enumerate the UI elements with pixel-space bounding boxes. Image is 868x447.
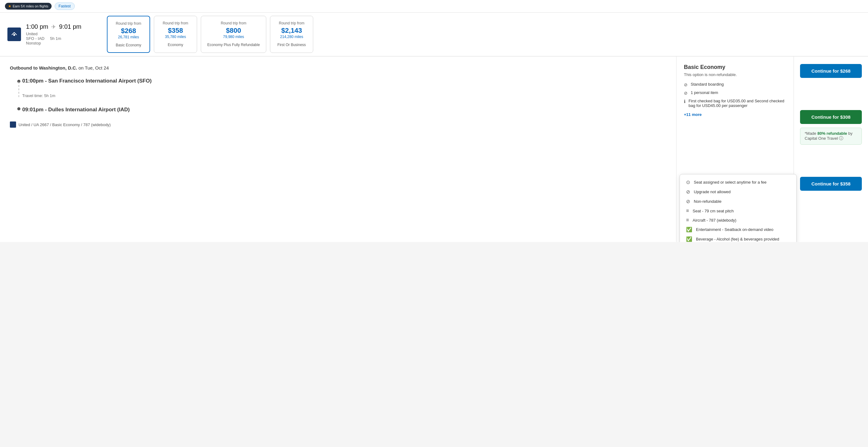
depart-time: 1:00 pm	[26, 23, 48, 30]
star-icon: ★	[8, 4, 11, 8]
arrive-time: 9:01 pm	[59, 23, 81, 30]
refundable-prefix: *Made	[805, 131, 817, 136]
dropdown-icon-4: ≡	[686, 217, 689, 223]
flight-times-block: 1:00 pm ✈ 9:01 pm United SFO - IAD 5h 1m…	[26, 23, 82, 46]
from-label-1: Round trip from	[160, 21, 191, 25]
dropdown-text-0: Seat assigned or select anytime for a fe…	[694, 180, 767, 184]
miles-badge: ★ Earn 5X miles on flights	[5, 3, 52, 9]
dropdown-icon-6: ✅	[686, 236, 692, 242]
outbound-title-bold: Outbound to Washington, D.C.	[10, 65, 77, 70]
price-card-basic-economy[interactable]: Round trip from $268 26,781 miles Basic …	[107, 16, 150, 53]
arrive-dot	[17, 107, 21, 110]
svg-point-1	[13, 34, 15, 36]
price-amount-2: $800	[207, 27, 260, 35]
dropdown-icon-3: ≡	[686, 208, 689, 214]
dropdown-text-4: Aircraft - 787 (widebody)	[692, 218, 736, 222]
outbound-date: on Tue, Oct 24	[79, 65, 109, 70]
feature-text-1: 1 personal item	[691, 90, 718, 95]
price-card-economy-plus[interactable]: Round trip from $800 79,980 miles Econom…	[201, 16, 266, 53]
no-icon-2: ⊘	[684, 91, 688, 95]
arrive-airport: Dulles International Airport (IAD)	[48, 107, 130, 113]
miles-3: 214,280 miles	[276, 35, 307, 39]
refundable-info-icon[interactable]: ⓘ	[839, 136, 843, 141]
flight-stops: Nonstop	[26, 41, 41, 46]
continue-308-button[interactable]: Continue for $308	[800, 110, 862, 124]
more-features-link[interactable]: +11 more	[684, 112, 702, 117]
flight-route: SFO - IAD	[26, 36, 44, 41]
dropdown-text-3: Seat - 79 cm seat pitch	[692, 209, 734, 213]
travel-time-item: Travel time: 5h 1m	[22, 88, 666, 103]
price-amount-0: $268	[114, 27, 143, 35]
main-content: Outbound to Washington, D.C. on Tue, Oct…	[0, 57, 868, 242]
no-icon-1: ⊘	[684, 82, 688, 87]
feature-checked-bag: ℹ First checked bag for USD35.00 and Sec…	[684, 99, 786, 108]
timeline-line	[19, 82, 19, 97]
flight-duration: 5h 1m	[50, 36, 61, 41]
depart-item: 01:00pm - San Francisco International Ai…	[17, 78, 666, 86]
price-cards: Round trip from $268 26,781 miles Basic …	[105, 13, 868, 56]
airline-logo	[7, 28, 21, 41]
flight-meta: United / UA 2667 / Basic Economy / 787 (…	[10, 121, 666, 128]
from-label-0: Round trip from	[114, 21, 143, 26]
dropdown-text-2: Non-refundable	[694, 199, 721, 204]
continue-268-button[interactable]: Continue for $268	[800, 64, 862, 78]
travel-time-label: Travel time: 5h 1m	[22, 93, 666, 98]
dropdown-item-6: ✅ Beverage - Alcohol (fee) & beverages p…	[686, 236, 790, 242]
price-amount-1: $358	[160, 27, 191, 35]
dropdown-item-3: ≡ Seat - 79 cm seat pitch	[686, 208, 790, 214]
feature-standard-boarding: ⊘ Standard boarding	[684, 82, 786, 87]
price-card-economy[interactable]: Round trip from $358 35,780 miles Econom…	[154, 16, 197, 53]
flight-timeline: 01:00pm - San Francisco International Ai…	[10, 78, 666, 113]
price-card-first-business[interactable]: Round trip from $2,143 214,280 miles Fir…	[270, 16, 313, 53]
miles-1: 35,780 miles	[160, 35, 191, 39]
cabin-3: First Or Business	[276, 43, 307, 47]
depart-time-detail: 01:00pm	[22, 78, 43, 84]
dropdown-item-2: ⊘ Non-refundable	[686, 199, 790, 204]
dropdown-icon-0: ⊙	[686, 179, 690, 185]
features-dropdown: ⊙ Seat assigned or select anytime for a …	[680, 174, 797, 242]
arrive-item: 09:01pm - Dulles International Airport (…	[17, 106, 666, 113]
from-label-2: Round trip from	[207, 21, 260, 25]
outbound-title: Outbound to Washington, D.C. on Tue, Oct…	[10, 65, 666, 70]
top-bar: ★ Earn 5X miles on flights Fastest	[0, 0, 868, 13]
miles-badge-text: Earn 5X miles on flights	[13, 4, 49, 8]
flight-row: 1:00 pm ✈ 9:01 pm United SFO - IAD 5h 1m…	[0, 13, 868, 57]
fastest-label: Fastest	[59, 4, 71, 8]
flight-info: 1:00 pm ✈ 9:01 pm United SFO - IAD 5h 1m…	[0, 13, 105, 56]
cabin-0: Basic Economy	[114, 43, 143, 47]
fastest-badge: Fastest	[55, 2, 75, 10]
non-refundable-text: This option is non-refundable.	[684, 72, 786, 77]
dropdown-item-4: ≡ Aircraft - 787 (widebody)	[686, 217, 790, 223]
cabin-title: Basic Economy	[684, 64, 786, 70]
feature-text-2: First checked bag for USD35.00 and Secon…	[688, 99, 786, 108]
dropdown-item-5: ✅ Entertainment - Seatback on-demand vid…	[686, 227, 790, 233]
dropdown-icon-5: ✅	[686, 227, 692, 233]
feature-text-0: Standard boarding	[691, 82, 724, 87]
airline-name: United	[26, 32, 38, 36]
left-panel: Outbound to Washington, D.C. on Tue, Oct…	[0, 57, 677, 242]
dropdown-text-6: Beverage - Alcohol (fee) & beverages pro…	[696, 237, 779, 241]
dash-separator-2: -	[45, 107, 48, 113]
right-panel: Basic Economy This option is non-refunda…	[677, 57, 794, 242]
dropdown-icon-1: ⊘	[686, 189, 690, 195]
arrive-time-detail: 09:01pm	[22, 107, 43, 113]
depart-airport: San Francisco International Airport (SFO…	[48, 78, 152, 84]
refundable-bold: 80% refundable	[817, 131, 847, 136]
feature-personal-item: ⊘ 1 personal item	[684, 90, 786, 95]
continue-358-button[interactable]: Continue for $358	[800, 177, 862, 191]
dropdown-text-5: Entertainment - Seatback on-demand video	[696, 227, 773, 232]
dropdown-item-1: ⊘ Upgrade not allowed	[686, 189, 790, 195]
flight-arrow-icon: ✈	[51, 24, 56, 30]
dash-separator: -	[45, 78, 48, 84]
cabin-1: Economy	[160, 43, 191, 47]
dropdown-text-1: Upgrade not allowed	[694, 189, 731, 194]
cabin-2: Economy Plus Fully Refundable	[207, 43, 260, 47]
cta-panel: Continue for $268 Continue for $308 *Mad…	[794, 57, 868, 242]
dropdown-item-0: ⊙ Seat assigned or select anytime for a …	[686, 179, 790, 185]
price-amount-3: $2,143	[276, 27, 307, 35]
ua-logo-small	[10, 121, 16, 128]
refundable-note: *Made 80% refundable by Capital One Trav…	[800, 128, 862, 145]
flight-meta-text: United / UA 2667 / Basic Economy / 787 (…	[19, 122, 111, 127]
from-label-3: Round trip from	[276, 21, 307, 25]
miles-2: 79,980 miles	[207, 35, 260, 39]
